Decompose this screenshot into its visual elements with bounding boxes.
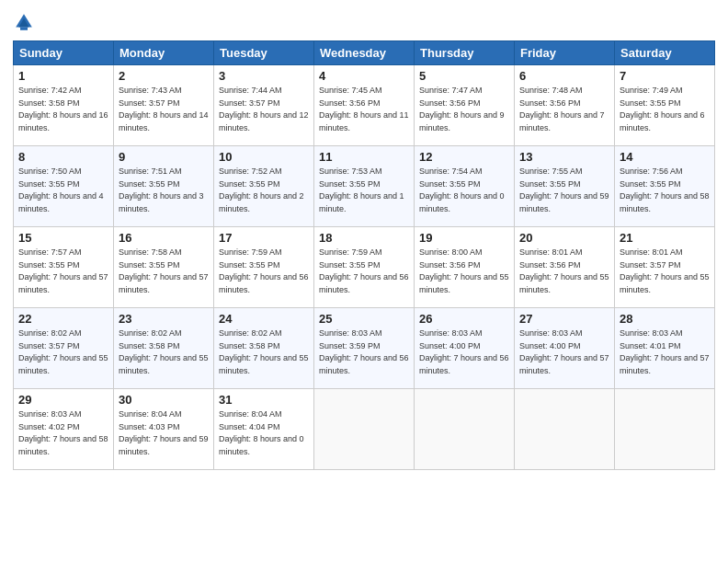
calendar-day-cell: 20Sunrise: 8:01 AMSunset: 3:56 PMDayligh…: [515, 227, 615, 308]
calendar-week-row: 15Sunrise: 7:57 AMSunset: 3:55 PMDayligh…: [14, 227, 715, 308]
calendar-day-cell: 8Sunrise: 7:50 AMSunset: 3:55 PMDaylight…: [14, 146, 114, 227]
calendar-week-row: 1Sunrise: 7:42 AMSunset: 3:58 PMDaylight…: [14, 65, 715, 146]
day-number: 6: [519, 69, 609, 83]
day-number: 3: [219, 69, 309, 83]
calendar-day-cell: 17Sunrise: 7:59 AMSunset: 3:55 PMDayligh…: [214, 227, 314, 308]
day-info: Sunrise: 8:01 AMSunset: 3:57 PMDaylight:…: [620, 247, 710, 296]
day-header-friday: Friday: [515, 41, 615, 65]
calendar-day-cell: 3Sunrise: 7:44 AMSunset: 3:57 PMDaylight…: [214, 65, 314, 146]
day-number: 25: [319, 312, 409, 326]
day-number: 12: [419, 150, 509, 164]
day-info: Sunrise: 7:58 AMSunset: 3:55 PMDaylight:…: [119, 247, 209, 296]
calendar-day-cell: [615, 389, 715, 470]
day-info: Sunrise: 7:48 AMSunset: 3:56 PMDaylight:…: [519, 85, 609, 134]
calendar-day-cell: 14Sunrise: 7:56 AMSunset: 3:55 PMDayligh…: [615, 146, 715, 227]
calendar-day-cell: 15Sunrise: 7:57 AMSunset: 3:55 PMDayligh…: [14, 227, 114, 308]
day-header-saturday: Saturday: [615, 41, 715, 65]
calendar-day-cell: 21Sunrise: 8:01 AMSunset: 3:57 PMDayligh…: [615, 227, 715, 308]
day-number: 30: [119, 393, 209, 407]
day-info: Sunrise: 7:47 AMSunset: 3:56 PMDaylight:…: [419, 85, 509, 134]
calendar-header-row: SundayMondayTuesdayWednesdayThursdayFrid…: [14, 41, 715, 65]
logo-icon: [13, 11, 35, 33]
page-container: SundayMondayTuesdayWednesdayThursdayFrid…: [0, 0, 728, 563]
calendar-day-cell: 27Sunrise: 8:03 AMSunset: 4:00 PMDayligh…: [515, 308, 615, 389]
calendar-day-cell: 7Sunrise: 7:49 AMSunset: 3:55 PMDaylight…: [615, 65, 715, 146]
day-number: 18: [319, 231, 409, 245]
day-header-sunday: Sunday: [14, 41, 114, 65]
day-info: Sunrise: 8:04 AMSunset: 4:03 PMDaylight:…: [119, 408, 209, 458]
calendar-day-cell: 13Sunrise: 7:55 AMSunset: 3:55 PMDayligh…: [515, 146, 615, 227]
day-number: 14: [620, 150, 710, 164]
day-number: 13: [519, 150, 609, 164]
calendar-day-cell: 4Sunrise: 7:45 AMSunset: 3:56 PMDaylight…: [314, 65, 415, 146]
day-number: 29: [18, 393, 108, 407]
day-info: Sunrise: 7:43 AMSunset: 3:57 PMDaylight:…: [119, 85, 209, 134]
day-info: Sunrise: 7:53 AMSunset: 3:55 PMDaylight:…: [319, 166, 409, 215]
day-info: Sunrise: 8:03 AMSunset: 4:00 PMDaylight:…: [519, 327, 609, 377]
day-info: Sunrise: 8:02 AMSunset: 3:58 PMDaylight:…: [119, 327, 209, 377]
day-number: 27: [519, 312, 609, 326]
day-info: Sunrise: 8:04 AMSunset: 4:04 PMDaylight:…: [219, 408, 309, 458]
calendar-day-cell: 26Sunrise: 8:03 AMSunset: 4:00 PMDayligh…: [415, 308, 515, 389]
day-number: 1: [18, 69, 108, 83]
day-number: 26: [419, 312, 509, 326]
day-info: Sunrise: 7:56 AMSunset: 3:55 PMDaylight:…: [620, 166, 710, 215]
day-info: Sunrise: 8:03 AMSunset: 3:59 PMDaylight:…: [319, 327, 409, 377]
calendar-day-cell: 12Sunrise: 7:54 AMSunset: 3:55 PMDayligh…: [415, 146, 515, 227]
day-number: 15: [18, 231, 108, 245]
day-number: 19: [419, 231, 509, 245]
day-info: Sunrise: 7:50 AMSunset: 3:55 PMDaylight:…: [18, 166, 108, 215]
calendar-day-cell: 9Sunrise: 7:51 AMSunset: 3:55 PMDaylight…: [114, 146, 214, 227]
calendar-day-cell: 25Sunrise: 8:03 AMSunset: 3:59 PMDayligh…: [314, 308, 415, 389]
svg-rect-2: [20, 28, 28, 30]
day-info: Sunrise: 8:01 AMSunset: 3:56 PMDaylight:…: [519, 247, 609, 296]
day-number: 5: [419, 69, 509, 83]
calendar-day-cell: 11Sunrise: 7:53 AMSunset: 3:55 PMDayligh…: [314, 146, 415, 227]
calendar-day-cell: [415, 389, 515, 470]
calendar-week-row: 29Sunrise: 8:03 AMSunset: 4:02 PMDayligh…: [14, 389, 715, 470]
day-info: Sunrise: 7:49 AMSunset: 3:55 PMDaylight:…: [620, 85, 710, 134]
calendar-day-cell: 29Sunrise: 8:03 AMSunset: 4:02 PMDayligh…: [14, 389, 114, 470]
day-number: 16: [119, 231, 209, 245]
day-info: Sunrise: 7:42 AMSunset: 3:58 PMDaylight:…: [18, 85, 108, 134]
day-info: Sunrise: 7:45 AMSunset: 3:56 PMDaylight:…: [319, 85, 409, 134]
day-info: Sunrise: 8:02 AMSunset: 3:58 PMDaylight:…: [219, 327, 309, 377]
day-number: 7: [620, 69, 710, 83]
calendar-day-cell: 19Sunrise: 8:00 AMSunset: 3:56 PMDayligh…: [415, 227, 515, 308]
day-header-thursday: Thursday: [415, 41, 515, 65]
calendar-day-cell: 30Sunrise: 8:04 AMSunset: 4:03 PMDayligh…: [114, 389, 214, 470]
day-info: Sunrise: 7:54 AMSunset: 3:55 PMDaylight:…: [419, 166, 509, 215]
logo: [13, 11, 39, 33]
day-header-tuesday: Tuesday: [214, 41, 314, 65]
day-info: Sunrise: 7:59 AMSunset: 3:55 PMDaylight:…: [319, 247, 409, 296]
day-number: 20: [519, 231, 609, 245]
day-info: Sunrise: 7:57 AMSunset: 3:55 PMDaylight:…: [18, 247, 108, 296]
calendar-day-cell: 16Sunrise: 7:58 AMSunset: 3:55 PMDayligh…: [114, 227, 214, 308]
day-header-monday: Monday: [114, 41, 214, 65]
day-number: 2: [119, 69, 209, 83]
day-number: 28: [620, 312, 710, 326]
calendar-day-cell: 28Sunrise: 8:03 AMSunset: 4:01 PMDayligh…: [615, 308, 715, 389]
calendar-day-cell: [515, 389, 615, 470]
day-info: Sunrise: 7:55 AMSunset: 3:55 PMDaylight:…: [519, 166, 609, 215]
day-info: Sunrise: 8:03 AMSunset: 4:01 PMDaylight:…: [620, 327, 710, 377]
calendar-day-cell: 22Sunrise: 8:02 AMSunset: 3:57 PMDayligh…: [14, 308, 114, 389]
calendar-week-row: 22Sunrise: 8:02 AMSunset: 3:57 PMDayligh…: [14, 308, 715, 389]
day-info: Sunrise: 8:02 AMSunset: 3:57 PMDaylight:…: [18, 327, 108, 377]
day-info: Sunrise: 7:51 AMSunset: 3:55 PMDaylight:…: [119, 166, 209, 215]
day-number: 21: [620, 231, 710, 245]
day-number: 31: [219, 393, 309, 407]
calendar-week-row: 8Sunrise: 7:50 AMSunset: 3:55 PMDaylight…: [14, 146, 715, 227]
day-number: 24: [219, 312, 309, 326]
calendar-day-cell: 10Sunrise: 7:52 AMSunset: 3:55 PMDayligh…: [214, 146, 314, 227]
day-info: Sunrise: 7:52 AMSunset: 3:55 PMDaylight:…: [219, 166, 309, 215]
calendar-day-cell: 2Sunrise: 7:43 AMSunset: 3:57 PMDaylight…: [114, 65, 214, 146]
calendar-table: SundayMondayTuesdayWednesdayThursdayFrid…: [13, 40, 715, 470]
calendar-day-cell: 24Sunrise: 8:02 AMSunset: 3:58 PMDayligh…: [214, 308, 314, 389]
day-info: Sunrise: 7:59 AMSunset: 3:55 PMDaylight:…: [219, 247, 309, 296]
calendar-day-cell: 1Sunrise: 7:42 AMSunset: 3:58 PMDaylight…: [14, 65, 114, 146]
day-number: 8: [18, 150, 108, 164]
calendar-day-cell: 5Sunrise: 7:47 AMSunset: 3:56 PMDaylight…: [415, 65, 515, 146]
day-number: 10: [219, 150, 309, 164]
calendar-day-cell: 31Sunrise: 8:04 AMSunset: 4:04 PMDayligh…: [214, 389, 314, 470]
